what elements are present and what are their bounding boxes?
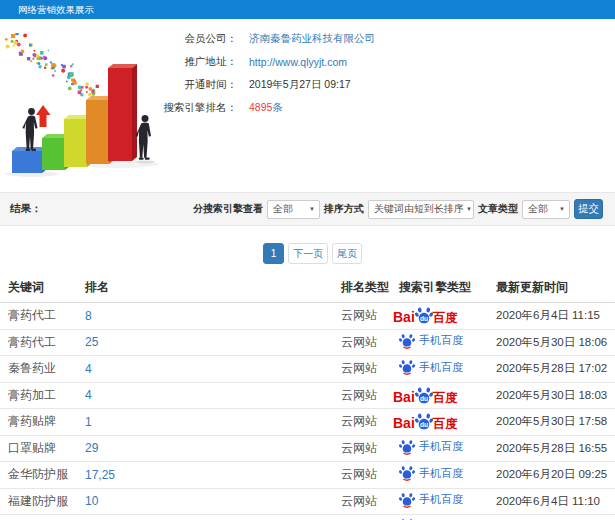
cell-engine: 手机百度 — [391, 514, 488, 520]
baidu-logo-cn: 百度 — [433, 311, 458, 325]
cell-keyword: 膏药代工 — [0, 329, 77, 355]
baidu-logo: Bai du 百度 — [393, 386, 458, 405]
submit-button[interactable]: 提交 — [574, 199, 603, 219]
rank-count-label: 搜索引擎排名： — [0, 101, 237, 115]
sort-select[interactable]: 关键词由短到长排序 ▼ — [368, 200, 474, 219]
cell-rank-type: 云网站 — [333, 302, 391, 329]
promo-url-label: 推广地址： — [0, 55, 237, 69]
baidu-logo-cn: 百度 — [433, 391, 458, 405]
mobile-baidu-engine: 手机百度 — [399, 492, 463, 508]
cell-update-time: 2020年5月30日 18:03 — [488, 382, 615, 408]
cell-engine: Bai du 百度 — [391, 408, 488, 435]
col-rank: 排名 — [77, 274, 333, 302]
cell-keyword: 膏药贴牌 — [0, 408, 77, 435]
col-rank-type: 排名类型 — [333, 274, 391, 302]
article-type-value: 全部 — [528, 202, 548, 216]
cell-rank-type: 云网站 — [333, 435, 391, 461]
cell-keyword: 福建防护服 — [0, 488, 77, 514]
company-label: 会员公司： — [0, 32, 237, 46]
engine-filter-value: 全部 — [273, 202, 293, 216]
company-link[interactable]: 济南秦鲁药业科技有限公司 — [249, 32, 375, 46]
col-update-time: 最新更新时间 — [488, 274, 615, 302]
results-table-wrap: 关键词 排名 排名类型 搜索引擎类型 最新更新时间 膏药代工8云网站 Bai d… — [0, 274, 615, 520]
mobile-baidu-icon — [399, 465, 415, 481]
mobile-baidu-engine: 手机百度 — [399, 333, 463, 349]
article-type-select[interactable]: 全部 ▼ — [522, 200, 570, 219]
baidu-logo-bai: Bai — [393, 416, 415, 431]
baidu-logo: Bai du 百度 — [393, 412, 458, 431]
cell-rank — [77, 514, 333, 520]
sort-label: 排序方式 — [324, 202, 364, 216]
baidu-logo-bai: Bai — [393, 390, 415, 405]
cell-engine: 手机百度 — [391, 435, 488, 461]
mobile-baidu-label: 手机百度 — [419, 333, 463, 348]
svg-text:du: du — [420, 421, 428, 428]
cell-engine: 手机百度 — [391, 329, 488, 355]
mobile-baidu-label: 手机百度 — [419, 439, 463, 454]
cell-engine: Bai du 百度 — [391, 382, 488, 408]
cell-update-time: 2020年5月30日 18:06 — [488, 329, 615, 355]
rank-count-unit: 条 — [272, 101, 283, 113]
cell-engine: 手机百度 — [391, 488, 488, 514]
cell-rank: 8 — [77, 302, 333, 329]
cell-update-time: 2020年6月4日 11:15 — [488, 302, 615, 329]
table-row: 福建防护服10云网站 手机百度 2020年6月4日 11:10 — [0, 488, 615, 514]
baidu-paw-icon: du — [415, 306, 433, 325]
info-row-url: 推广地址： http://www.qlyyjt.com — [0, 50, 375, 73]
baidu-logo: Bai du 百度 — [393, 306, 458, 325]
hero-section: 会员公司： 济南秦鲁药业科技有限公司 推广地址： http://www.qlyy… — [0, 19, 615, 192]
cell-update-time: 2020年5月28日 17:02 — [488, 355, 615, 382]
table-row: 膏药代工8云网站 Bai du 百度 2020年6月4日 11:15 — [0, 302, 615, 329]
svg-text:du: du — [420, 315, 428, 322]
table-row: 膏药加工4云网站 Bai du 百度 2020年5月30日 18:03 — [0, 382, 615, 408]
article-type-label: 文章类型 — [478, 202, 518, 216]
cell-rank-type: 云网站 — [333, 461, 391, 488]
cell-rank-type: 云网站 — [333, 488, 391, 514]
cell-engine: Bai du 百度 — [391, 302, 488, 329]
mobile-baidu-icon — [399, 492, 415, 508]
table-row: 金华防护服17,25云网站 手机百度 2020年6月20日 09:25 — [0, 461, 615, 488]
mobile-baidu-engine: 手机百度 — [399, 439, 463, 455]
results-table: 关键词 排名 排名类型 搜索引擎类型 最新更新时间 膏药代工8云网站 Bai d… — [0, 274, 615, 520]
sort-value: 关键词由短到长排序 — [374, 202, 464, 216]
table-row: 秦鲁药业4云网站 手机百度 2020年5月28日 17:02 — [0, 355, 615, 382]
cell-keyword: 金华防护服 — [0, 461, 77, 488]
cell-rank: 17,25 — [77, 461, 333, 488]
open-time-value: 2019年5月27日 09:17 — [249, 78, 351, 92]
cell-rank-type: 云网站 — [333, 329, 391, 355]
cell-rank-type — [333, 514, 391, 520]
table-row: 膏药贴牌1云网站 Bai du 百度 2020年5月30日 17:58 — [0, 408, 615, 435]
chevron-down-icon: ▼ — [466, 206, 472, 212]
info-row-company: 会员公司： 济南秦鲁药业科技有限公司 — [0, 27, 375, 50]
cell-rank: 4 — [77, 355, 333, 382]
col-keyword: 关键词 — [0, 274, 77, 302]
cell-engine: 手机百度 — [391, 355, 488, 382]
businessman-right — [136, 115, 155, 164]
cell-keyword — [0, 514, 77, 520]
cell-update-time: 2020年6月4日 11:10 — [488, 488, 615, 514]
engine-filter-select[interactable]: 全部 ▼ — [267, 200, 320, 219]
engine-filter-label: 分搜索引擎查看 — [193, 202, 263, 216]
promo-url-link[interactable]: http://www.qlyyjt.com — [249, 56, 347, 68]
last-page-button[interactable]: 尾页 — [332, 243, 362, 264]
mobile-baidu-label: 手机百度 — [419, 360, 463, 375]
rank-count-value: 4895 — [249, 101, 272, 113]
baidu-logo-cn: 百度 — [433, 417, 458, 431]
baidu-paw-icon: du — [415, 386, 433, 405]
info-row-open-time: 开通时间： 2019年5月27日 09:17 — [0, 73, 375, 96]
open-time-label: 开通时间： — [0, 78, 237, 92]
col-engine-type: 搜索引擎类型 — [391, 274, 488, 302]
filter-bar: 结果： 分搜索引擎查看 全部 ▼ 排序方式 关键词由短到长排序 ▼ 文章类型 全… — [0, 192, 615, 226]
mobile-baidu-icon — [399, 439, 415, 455]
page-1-button[interactable]: 1 — [263, 243, 285, 264]
svg-text:du: du — [420, 394, 428, 401]
cell-update-time: 2020年5月28日 16:55 — [488, 435, 615, 461]
baidu-paw-icon: du — [415, 412, 433, 431]
table-row: 膏药代工25云网站 手机百度 2020年5月30日 18:06 — [0, 329, 615, 355]
chevron-down-icon: ▼ — [309, 206, 315, 212]
table-row: 手机百度 — [0, 514, 615, 520]
next-page-button[interactable]: 下一页 — [288, 243, 328, 264]
cell-update-time: 2020年5月30日 17:58 — [488, 408, 615, 435]
chevron-down-icon: ▼ — [559, 206, 565, 212]
cell-rank-type: 云网站 — [333, 408, 391, 435]
